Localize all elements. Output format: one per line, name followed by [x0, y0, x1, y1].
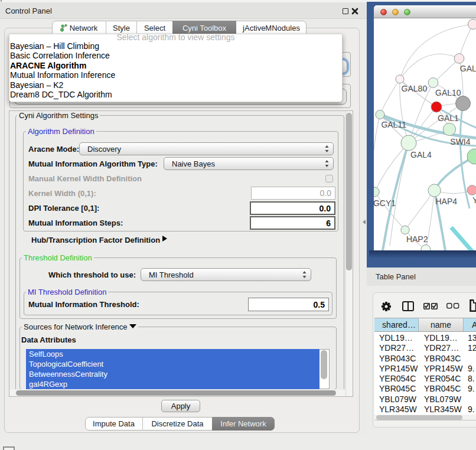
svg-text:GAL80: GAL80 — [402, 84, 428, 93]
svg-text:GAL7: GAL7 — [460, 64, 476, 73]
svg-text:HAP4: HAP4 — [436, 197, 458, 206]
svg-text:GAL10: GAL10 — [435, 88, 461, 97]
svg-text:GAL11: GAL11 — [381, 120, 406, 129]
svg-text:SWI4: SWI4 — [450, 137, 470, 146]
svg-text:HAP2: HAP2 — [406, 234, 428, 244]
svg-text:GCY1: GCY1 — [374, 198, 396, 208]
svg-text:GAL1: GAL1 — [438, 113, 459, 123]
svg-text:GAL4: GAL4 — [410, 150, 432, 159]
svg-text:Y: Y — [472, 195, 476, 205]
